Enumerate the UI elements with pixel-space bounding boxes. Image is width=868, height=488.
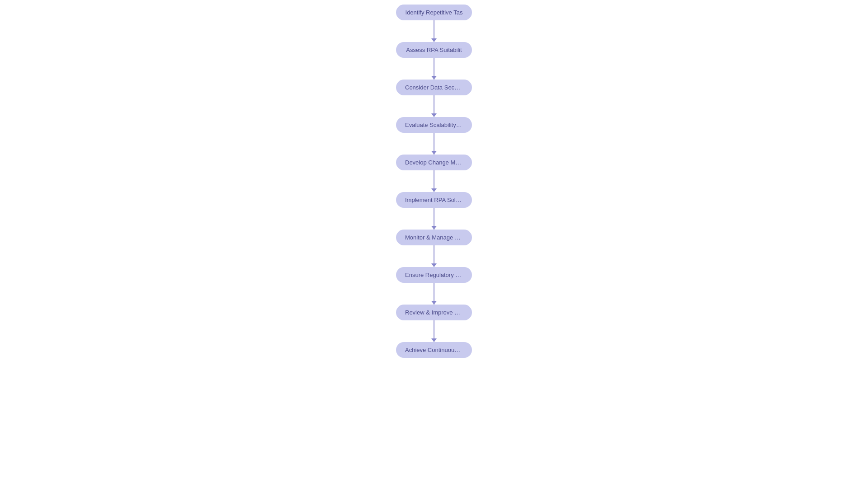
arrow-3	[434, 95, 434, 117]
node-4: Evaluate Scalability & Integrat	[396, 117, 472, 133]
node-2: Assess RPA Suitabilit	[396, 42, 472, 58]
node-9: Review & Improve Process	[396, 305, 472, 320]
node-1: Identify Repetitive Tas	[396, 5, 472, 20]
arrow-6	[434, 208, 434, 230]
arrow-9	[434, 320, 434, 342]
arrow-2	[434, 58, 434, 80]
arrow-1	[434, 20, 434, 42]
arrow-8	[434, 283, 434, 305]
node-5: Develop Change Management P	[396, 155, 472, 170]
arrow-7	[434, 245, 434, 267]
arrow-5	[434, 170, 434, 192]
arrow-4	[434, 133, 434, 155]
node-8: Ensure Regulatory Complian	[396, 267, 472, 283]
node-6: Implement RPA Solutio	[396, 192, 472, 208]
flowchart: Identify Repetitive TasAssess RPA Suitab…	[396, 0, 472, 358]
node-7: Monitor & Manage Risk	[396, 230, 472, 245]
node-3: Consider Data Security & Priva	[396, 80, 472, 95]
node-10: Achieve Continuous Improvem	[396, 342, 472, 358]
